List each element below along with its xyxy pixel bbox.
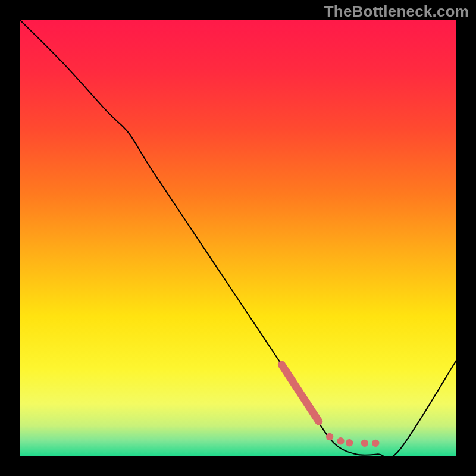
chart-frame: TheBottleneck.com [0, 0, 476, 476]
highlight-dot [337, 437, 344, 444]
watermark-text: TheBottleneck.com [324, 2, 469, 21]
plot-area [20, 20, 456, 456]
highlight-dot [346, 439, 353, 446]
highlight-thick-segment [281, 365, 318, 421]
curve-layer [20, 20, 456, 456]
highlight-dots [326, 433, 379, 447]
bottleneck-curve [20, 20, 456, 456]
highlight-dot [361, 440, 368, 447]
highlight-dot [326, 433, 333, 440]
highlight-dot [372, 440, 379, 447]
